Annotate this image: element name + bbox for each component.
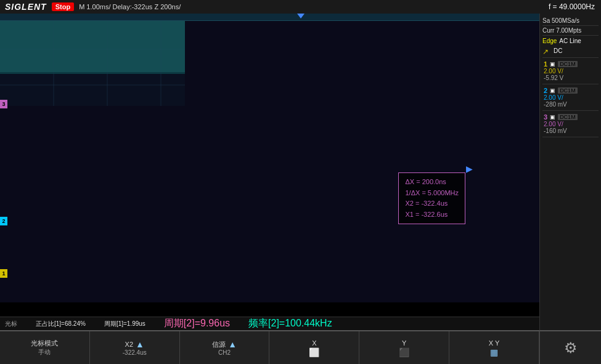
ch1-settings: 1 ▣ DC1M 2.00 V/ -5.92 V bbox=[542, 58, 599, 84]
bottom-status-bar: 光标 正占比[1]=68.24% 周期[1]=1.99us 周期[2]=9.96… bbox=[0, 317, 539, 330]
trigger-label: Edge bbox=[542, 38, 557, 44]
bottom-controls: 光标模式 手动 X2 ▲ -322.4us 信源 ▲ CH2 X ⬜ Y ⬛ X… bbox=[0, 330, 539, 364]
ch3-num: 3 bbox=[544, 113, 547, 121]
cursor-x1: X1 = -322.6us bbox=[405, 209, 459, 220]
ch2-icon: ▣ bbox=[550, 87, 555, 94]
cursor-x2: X2 = -322.4us bbox=[405, 198, 459, 209]
ch1-icon: ▣ bbox=[550, 61, 555, 67]
svg-rect-19 bbox=[0, 20, 185, 72]
corner-icon: ⚙ bbox=[539, 330, 601, 364]
ch2-offset: -280 mV bbox=[544, 101, 597, 108]
siglent-logo: SIGLENT bbox=[0, 2, 52, 12]
trigger-section: Edge AC Line bbox=[542, 36, 599, 46]
ch1-volts: 2.00 V/ bbox=[544, 68, 597, 75]
cursor-arrow: ▶ bbox=[466, 164, 473, 174]
top-bar: SIGLENT Stop M 1.00ms/ Delay:-322us Z 20… bbox=[0, 0, 601, 14]
ch2-settings: 2 ▣ DC1M 2.00 V/ -280 mV bbox=[542, 84, 599, 111]
ch2-num: 2 bbox=[544, 87, 547, 94]
xy-label: X Y bbox=[489, 339, 500, 347]
ch2-volts: 2.00 V/ bbox=[544, 94, 597, 101]
x-label: X bbox=[312, 339, 316, 347]
sa-rate: Sa 500MSa/s bbox=[542, 16, 599, 26]
source-value: CH2 bbox=[218, 349, 231, 356]
status-period2: 周期[2]=9.96us bbox=[164, 317, 230, 330]
cursor-mode-sub: 手动 bbox=[38, 348, 51, 357]
right-panel: Sa 500MSa/s Curr 7.00Mpts Edge AC Line ↗… bbox=[539, 14, 601, 334]
cursor-mode-button[interactable]: 光标模式 手动 bbox=[0, 331, 90, 364]
ch1-coupling: DC1M bbox=[558, 61, 578, 67]
ch1-num: 1 bbox=[544, 60, 547, 68]
ch3-volts: 2.00 V/ bbox=[544, 121, 597, 127]
y-label: Y bbox=[402, 339, 406, 347]
nav-bar bbox=[0, 14, 539, 21]
trigger-marker bbox=[297, 14, 305, 18]
x2-button[interactable]: X2 ▲ -322.4us bbox=[90, 331, 180, 364]
status-label1: 光标 bbox=[5, 320, 17, 328]
trigger-source: AC Line bbox=[559, 38, 581, 44]
ch2-coupling: DC1M bbox=[558, 87, 578, 94]
source-arrow-icon: ▲ bbox=[228, 339, 237, 349]
status-period1: 周期[1]=1.99us bbox=[104, 320, 145, 328]
x-button[interactable]: X ⬜ bbox=[269, 331, 359, 364]
ch2-marker: 2 bbox=[0, 217, 7, 225]
x-icon: ⬜ bbox=[309, 348, 319, 357]
cursor-inv-dx: 1/ΔX = 5.000MHz bbox=[405, 188, 459, 199]
trigger-coupling: DC bbox=[554, 47, 562, 56]
stop-button[interactable]: Stop bbox=[52, 2, 74, 11]
source-label: 信源 bbox=[212, 340, 226, 349]
cursor-tooltip: ΔX = 200.0ns 1/ΔX = 5.000MHz X2 = -322.4… bbox=[398, 172, 465, 224]
y-button[interactable]: Y ⬛ bbox=[359, 331, 449, 364]
ch3-icon: ▣ bbox=[550, 114, 555, 120]
ch3-settings: 3 ▣ DC1M 2.00 V/ -160 mV bbox=[542, 111, 599, 137]
source-button[interactable]: 信源 ▲ CH2 bbox=[180, 331, 270, 364]
x2-value: -322.4us bbox=[123, 349, 147, 356]
x2-label: X2 bbox=[125, 340, 133, 349]
x2-arrow-icon: ▲ bbox=[136, 339, 144, 349]
ch3-marker: 3 bbox=[0, 100, 7, 108]
curr-points: Curr 7.00Mpts bbox=[542, 26, 599, 36]
status-freq2: 频率[2]=100.44kHz bbox=[248, 317, 332, 330]
ch3-coupling: DC1M bbox=[558, 114, 578, 120]
xy-button[interactable]: X Y ▦ bbox=[449, 331, 539, 364]
ch1-marker: 1 bbox=[0, 269, 7, 278]
scope-area: ΔX = 200.0ns 1/ΔX = 5.000MHz X2 = -322.4… bbox=[0, 14, 539, 302]
ch1-offset: -5.92 V bbox=[544, 75, 597, 81]
cursor-mode-label: 光标模式 bbox=[31, 339, 58, 347]
time-info: M 1.00ms/ Delay:-322us Z 200ns/ bbox=[79, 3, 549, 10]
ch3-offset: -160 mV bbox=[544, 127, 597, 134]
cursor-dx: ΔX = 200.0ns bbox=[405, 177, 459, 188]
status-val1: 正占比[1]=68.24% bbox=[36, 320, 86, 328]
trigger-slope-icon: ↗ bbox=[542, 47, 549, 56]
freq-display: f = 49.0000Hz bbox=[549, 2, 601, 11]
settings-grid-icon: ⚙ bbox=[564, 339, 578, 357]
xy-icon: ▦ bbox=[490, 348, 498, 357]
grid-canvas bbox=[0, 14, 185, 106]
y-icon: ⬛ bbox=[399, 348, 409, 357]
